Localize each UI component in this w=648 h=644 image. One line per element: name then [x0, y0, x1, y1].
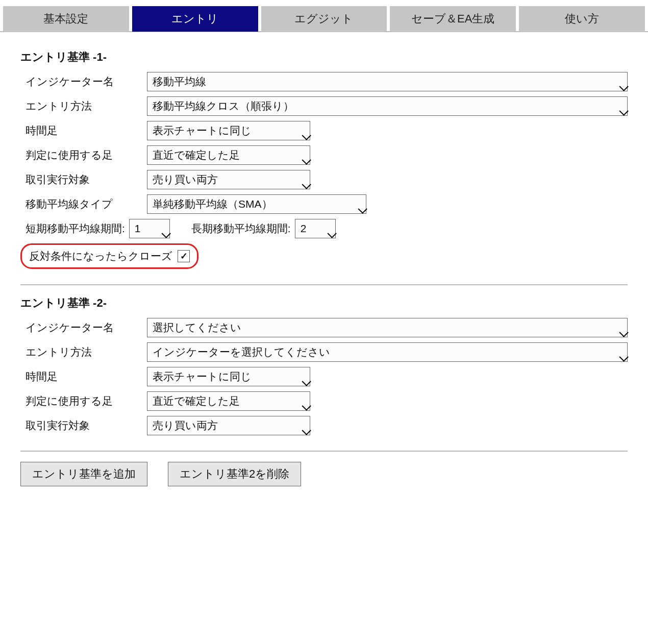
tab-save-ea[interactable]: セーブ＆EA生成 [390, 6, 516, 32]
target-label-2: 取引実行対象 [26, 418, 138, 433]
entry-method-label-1: エントリ方法 [26, 99, 138, 113]
timeframe-select-2[interactable]: 表示チャートに同じ [147, 367, 310, 386]
bar-value-2: 直近で確定した足 [153, 394, 240, 408]
bar-label-2: 判定に使用する足 [26, 394, 138, 408]
long-period-value: 2 [301, 222, 307, 235]
bar-select-1[interactable]: 直近で確定した足 [147, 145, 310, 165]
delete-entry-standard-2-button[interactable]: エントリ基準2を削除 [168, 462, 301, 486]
tab-entry[interactable]: エントリ [132, 6, 258, 32]
entry-method-select-1[interactable]: 移動平均線クロス（順張り） [147, 96, 628, 116]
timeframe-label-1: 時間足 [26, 123, 138, 138]
timeframe-value-1: 表示チャートに同じ [153, 123, 252, 138]
bar-select-2[interactable]: 直近で確定した足 [147, 391, 310, 411]
ma-type-value-1: 単純移動平均線（SMA） [153, 197, 272, 211]
entry-method-value-2: インジケーターを選択してください [153, 345, 330, 359]
ma-type-label-1: 移動平均線タイプ [26, 197, 138, 211]
timeframe-select-1[interactable]: 表示チャートに同じ [147, 121, 310, 140]
indicator-name-label-1: インジケーター名 [26, 75, 138, 89]
section-divider [20, 451, 628, 452]
long-period-label: 長期移動平均線期間: [191, 221, 291, 236]
target-value-2: 売り買い両方 [153, 418, 218, 433]
section-divider [20, 284, 628, 285]
timeframe-value-2: 表示チャートに同じ [153, 369, 252, 384]
entry-method-value-1: 移動平均線クロス（順張り） [153, 99, 294, 113]
tab-bar: 基本設定 エントリ エグジット セーブ＆EA生成 使い方 [0, 0, 648, 32]
button-row: エントリ基準を追加 エントリ基準2を削除 [20, 462, 628, 486]
target-value-1: 売り買い両方 [153, 172, 218, 187]
target-label-1: 取引実行対象 [26, 172, 138, 187]
bar-label-1: 判定に使用する足 [26, 148, 138, 162]
short-period-select[interactable]: 1 [129, 219, 170, 238]
short-period-value: 1 [135, 222, 141, 235]
ma-type-select-1[interactable]: 単純移動平均線（SMA） [147, 194, 366, 214]
tab-basic[interactable]: 基本設定 [3, 6, 129, 32]
long-period-select[interactable]: 2 [295, 219, 336, 238]
target-select-2[interactable]: 売り買い両方 [147, 416, 310, 435]
tab-howto[interactable]: 使い方 [519, 6, 645, 32]
bar-value-1: 直近で確定した足 [153, 148, 240, 162]
short-period-label: 短期移動平均線期間: [26, 221, 125, 236]
section-1-title: エントリ基準 -1- [20, 49, 628, 65]
indicator-name-value-2: 選択してください [153, 320, 241, 335]
entry-method-select-2[interactable]: インジケーターを選択してください [147, 342, 628, 362]
timeframe-label-2: 時間足 [26, 369, 138, 384]
indicator-name-label-2: インジケーター名 [26, 320, 138, 335]
close-on-opposite-row: 反対条件になったらクローズ ✓ [20, 243, 198, 269]
add-entry-standard-button[interactable]: エントリ基準を追加 [20, 462, 147, 486]
target-select-1[interactable]: 売り買い両方 [147, 170, 310, 189]
close-on-opposite-checkbox[interactable]: ✓ [178, 250, 190, 262]
indicator-name-select-1[interactable]: 移動平均線 [147, 72, 628, 91]
close-on-opposite-label: 反対条件になったらクローズ [29, 249, 172, 263]
content-panel: エントリ基準 -1- インジケーター名 移動平均線 エントリ方法 移動平均線クロ… [0, 31, 648, 507]
section-2-title: エントリ基準 -2- [20, 295, 628, 311]
entry-method-label-2: エントリ方法 [26, 345, 138, 359]
indicator-name-value-1: 移動平均線 [153, 75, 206, 89]
indicator-name-select-2[interactable]: 選択してください [147, 318, 628, 337]
tab-exit[interactable]: エグジット [261, 6, 387, 32]
